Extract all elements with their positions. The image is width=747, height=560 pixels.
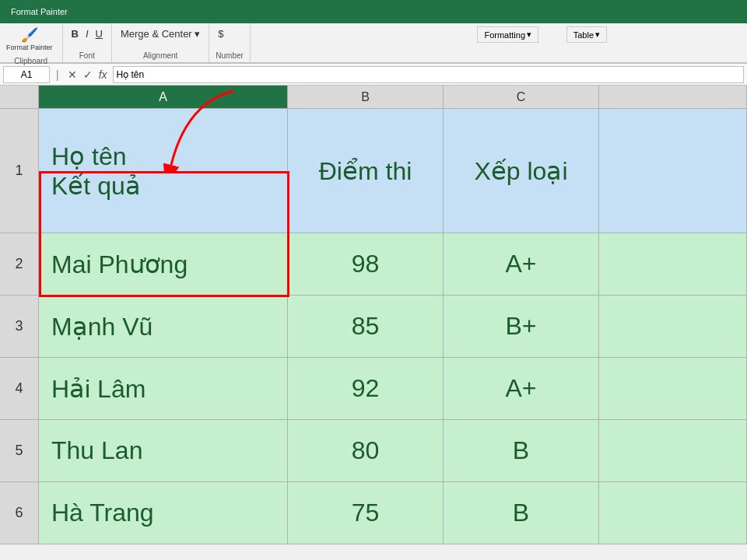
cell-c4[interactable]: A+: [444, 358, 599, 420]
cell-c5[interactable]: B: [444, 420, 599, 482]
col-header-b[interactable]: B: [288, 86, 444, 109]
conditional-formatting-button[interactable]: Formatting ▾: [477, 26, 538, 43]
row-num-header: [0, 86, 39, 109]
cell-c2[interactable]: A+: [444, 233, 599, 296]
conditional-formatting-group: Formatting ▾: [477, 26, 538, 43]
formula-buttons: ✕ ✓ fx: [65, 68, 110, 81]
dollar-button[interactable]: $: [216, 26, 226, 41]
cell-b4[interactable]: 92: [288, 358, 444, 420]
row-3: 3 Mạnh Vũ 85 B+: [0, 296, 747, 358]
clipboard-label: Clipboard: [6, 57, 56, 68]
bold-button[interactable]: B: [69, 26, 81, 41]
italic-button[interactable]: I: [83, 26, 91, 41]
cell-a1-line1: Họ tên: [51, 142, 126, 171]
ribbon-item-format-painter[interactable]: Format Painter: [6, 5, 72, 18]
number-label: Number: [216, 51, 244, 62]
table-label: Table: [573, 30, 594, 40]
font-icons: B I U: [69, 26, 105, 46]
format-painter-label: Format Painter: [6, 44, 53, 52]
cell-a5[interactable]: Thu Lan: [39, 420, 288, 482]
top-ribbon-bar: Format Painter: [0, 0, 747, 23]
row-6: 6 Hà Trang 75 B: [0, 482, 747, 544]
row-num-5: 5: [0, 420, 39, 482]
spreadsheet: A B C 1 Họ tên Kết quả Điểm thi Xếp loại…: [0, 86, 747, 544]
cell-d6: [599, 482, 747, 544]
cell-a6[interactable]: Hà Trang: [39, 482, 288, 544]
cancel-formula-button[interactable]: ✕: [65, 68, 79, 81]
spreadsheet-container: A B C 1 Họ tên Kết quả Điểm thi Xếp loại…: [0, 86, 747, 544]
cell-b1[interactable]: Điểm thi: [288, 109, 444, 233]
alignment-section: Merge & Center ▾ Alignment: [112, 23, 209, 62]
cell-c1[interactable]: Xếp loại: [444, 109, 599, 233]
cell-reference-input[interactable]: [3, 66, 50, 83]
cell-b5[interactable]: 80: [288, 420, 444, 482]
table-group: Table ▾: [566, 26, 607, 43]
col-header-c[interactable]: C: [444, 86, 599, 109]
cell-b2[interactable]: 98: [288, 233, 444, 296]
confirm-formula-button[interactable]: ✓: [81, 68, 95, 81]
alignment-icons: Merge & Center ▾: [118, 26, 202, 46]
formatting-label: Formatting: [484, 30, 525, 40]
row-2: 2 Mai Phương 98 A+: [0, 233, 747, 296]
cell-d5: [599, 420, 747, 482]
number-icons: $: [216, 26, 244, 46]
cell-a4[interactable]: Hải Lâm: [39, 358, 288, 420]
row-num-3: 3: [0, 296, 39, 358]
column-headers: A B C: [0, 86, 747, 109]
row-4: 4 Hải Lâm 92 A+: [0, 358, 747, 420]
cell-d4: [599, 358, 747, 420]
cell-a1-line2: Kết quả: [51, 171, 141, 201]
format-painter-group: 🖌️ Format Painter: [6, 26, 53, 52]
row-num-4: 4: [0, 358, 39, 420]
row-num-1: 1: [0, 109, 39, 233]
cell-b3[interactable]: 85: [288, 296, 444, 358]
table-button[interactable]: Table ▾: [566, 26, 607, 43]
formula-input[interactable]: [113, 66, 744, 83]
cell-a2[interactable]: Mai Phương: [39, 233, 288, 296]
number-section: $ Number: [209, 23, 251, 62]
font-label: Font: [69, 51, 105, 62]
toolbar: 🖌️ Format Painter Clipboard B I U Font M…: [0, 23, 747, 64]
row-5: 5 Thu Lan 80 B: [0, 420, 747, 482]
cell-d1: [599, 109, 747, 233]
dropdown-arrow: ▾: [527, 30, 531, 40]
cell-d2: [599, 233, 747, 296]
merge-center-button[interactable]: Merge & Center ▾: [118, 26, 202, 41]
row-num-6: 6: [0, 482, 39, 544]
insert-function-button[interactable]: fx: [96, 68, 110, 81]
clipboard-section: 🖌️ Format Painter Clipboard: [0, 23, 63, 62]
formula-bar: | ✕ ✓ fx: [0, 64, 747, 86]
cell-c6[interactable]: B: [444, 482, 599, 544]
cell-d3: [599, 296, 747, 358]
row-num-2: 2: [0, 233, 39, 296]
clipboard-icons: 🖌️ Format Painter: [6, 26, 56, 57]
table-dropdown-arrow: ▾: [595, 30, 600, 40]
underline-button[interactable]: U: [93, 26, 105, 41]
format-painter-icon[interactable]: 🖌️: [21, 26, 38, 44]
arrow-svg: [140, 87, 265, 173]
cell-b6[interactable]: 75: [288, 482, 444, 544]
row-1: 1 Họ tên Kết quả Điểm thi Xếp loại: [0, 109, 747, 233]
alignment-label: Alignment: [118, 51, 202, 62]
arrow-annotation: [140, 87, 265, 176]
formula-separator: |: [56, 68, 59, 81]
cell-a3[interactable]: Mạnh Vũ: [39, 296, 288, 358]
cell-c3[interactable]: B+: [444, 296, 599, 358]
col-header-d: [599, 86, 747, 109]
font-section: B I U Font: [63, 23, 112, 62]
